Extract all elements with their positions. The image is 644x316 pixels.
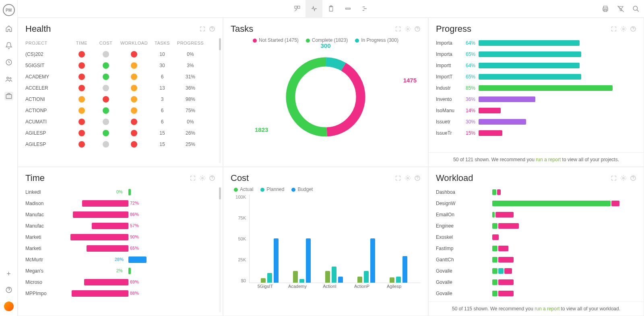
legend-item[interactable]: Budget [291, 187, 313, 192]
expand-icon[interactable] [199, 26, 206, 32]
time-row[interactable]: Microso 69% [25, 277, 215, 288]
workload-row[interactable]: GanttCh [436, 254, 636, 265]
progress-row[interactable]: ImportT 65% [436, 71, 636, 82]
progress-row[interactable]: Importt 64% [436, 60, 636, 71]
progress-row[interactable]: Importa 64% [436, 37, 636, 49]
workload-row[interactable]: EmailOn [436, 209, 636, 220]
nav-notifications-icon[interactable] [4, 41, 13, 50]
tab-clipboard-icon[interactable] [322, 0, 339, 18]
filter-icon[interactable] [617, 5, 625, 13]
health-row[interactable]: ACCELER 13 36% [25, 82, 215, 94]
project-name: ACCELER [25, 85, 70, 91]
health-row[interactable]: AGILESP 15 26% [25, 127, 215, 139]
bar-fill [82, 200, 128, 207]
legend-item[interactable]: Actual [234, 187, 253, 192]
workload-row[interactable]: Dashboa [436, 187, 636, 198]
progress-pct: 98% [174, 96, 206, 102]
settings-icon[interactable] [620, 175, 627, 181]
health-row[interactable]: AGILESP 15 25% [25, 139, 215, 150]
row-label: FastImp [436, 246, 460, 251]
settings-icon[interactable] [620, 26, 627, 32]
progress-row[interactable]: IsoManu 14% [436, 105, 636, 116]
user-avatar[interactable] [4, 302, 14, 311]
workload-row[interactable]: DesignW [436, 198, 636, 209]
time-row[interactable]: Manufac 57% [25, 220, 215, 232]
time-row[interactable]: Marketi 90% [25, 232, 215, 243]
progress-pct: 75% [174, 108, 206, 113]
progress-row[interactable]: Importa 65% [436, 49, 636, 60]
help-icon[interactable] [209, 26, 215, 32]
nav-recent-icon[interactable] [4, 58, 13, 67]
help-icon[interactable] [630, 26, 636, 32]
run-report-link[interactable]: run a report [535, 306, 559, 312]
panel-title: Progress [436, 24, 471, 34]
health-row[interactable]: ACTIONI 3 98% [25, 94, 215, 105]
time-row[interactable]: Madison 72% [25, 198, 215, 209]
nav-team-icon[interactable] [4, 75, 13, 84]
legend-item[interactable]: Planned [260, 187, 284, 192]
progress-row[interactable]: Issuetr 30% [436, 116, 636, 127]
progress-row[interactable]: Industr 85% [436, 82, 636, 94]
time-row[interactable]: MPPImpo 88% [25, 288, 215, 299]
help-icon[interactable] [630, 175, 636, 181]
scrollbar[interactable] [219, 187, 221, 312]
time-row[interactable]: Marketi 65% [25, 243, 215, 254]
help-icon[interactable] [4, 285, 13, 294]
workload-row[interactable]: Govalle [436, 288, 636, 299]
row-label: IsoManu [436, 108, 460, 113]
row-label: Dashboa [436, 189, 460, 195]
tab-overview-icon[interactable] [289, 0, 305, 18]
time-row[interactable]: LinkedI 0% [25, 187, 215, 198]
wl-seg [498, 257, 514, 263]
progress-row[interactable]: Invento 36% [436, 94, 636, 105]
row-label: Importt [436, 63, 460, 68]
settings-icon[interactable] [405, 26, 411, 32]
expand-icon[interactable] [190, 175, 196, 181]
help-icon[interactable] [414, 26, 421, 32]
health-row[interactable]: ACADEMY 6 31% [25, 71, 215, 82]
row-pct: 30% [460, 119, 479, 125]
health-row[interactable]: (CS)202 10 0% [25, 49, 215, 60]
expand-icon[interactable] [611, 26, 617, 32]
tasks-count: 13 [150, 85, 174, 91]
help-icon[interactable] [209, 175, 215, 181]
legend-item[interactable]: In Progress (300) [355, 37, 398, 43]
time-row[interactable]: McMurtr 28% [25, 254, 215, 265]
time-row[interactable]: Megan's 2% [25, 265, 215, 277]
expand-icon[interactable] [611, 175, 617, 181]
settings-icon[interactable] [405, 175, 411, 181]
add-button[interactable]: + [4, 269, 13, 278]
bar-fill [73, 211, 128, 218]
health-row[interactable]: 5GIGSIT 30 3% [25, 60, 215, 71]
settings-icon[interactable] [199, 175, 206, 181]
health-row[interactable]: ACTIONP 6 75% [25, 105, 215, 116]
workload-row[interactable]: Govalle [436, 277, 636, 288]
workload-row[interactable]: Govalle [436, 265, 636, 277]
run-report-link[interactable]: run a report [536, 157, 561, 162]
progress-pct: 25% [174, 142, 206, 147]
bar-fill [128, 256, 147, 263]
scrollbar[interactable] [219, 38, 221, 163]
print-icon[interactable] [601, 5, 609, 13]
time-row[interactable]: Manufac 86% [25, 209, 215, 220]
health-row[interactable]: ACUMATI 6 0% [25, 116, 215, 127]
progress-row[interactable]: IssueTr 15% [436, 127, 636, 139]
tab-timeline-icon[interactable] [339, 0, 356, 18]
legend-item[interactable]: Not Started (1475) [253, 37, 299, 43]
help-icon[interactable] [414, 175, 421, 181]
nav-portfolio-icon[interactable] [4, 92, 13, 101]
tab-pulse-icon[interactable] [305, 0, 322, 18]
donut-label-complete: 1823 [255, 126, 268, 133]
app-logo[interactable]: PM [3, 4, 15, 16]
workload-row[interactable]: Enginee [436, 220, 636, 232]
workload-row[interactable]: FastImp [436, 243, 636, 254]
expand-icon[interactable] [395, 175, 401, 181]
tasks-count: 30 [150, 63, 174, 68]
tab-gantt-icon[interactable] [356, 0, 373, 18]
expand-icon[interactable] [395, 26, 401, 32]
nav-home-icon[interactable] [4, 24, 13, 33]
search-icon[interactable] [632, 5, 640, 13]
row-label: Microso [25, 279, 50, 285]
progress-pct: 26% [174, 130, 206, 136]
workload-row[interactable]: Exoskel [436, 232, 636, 243]
